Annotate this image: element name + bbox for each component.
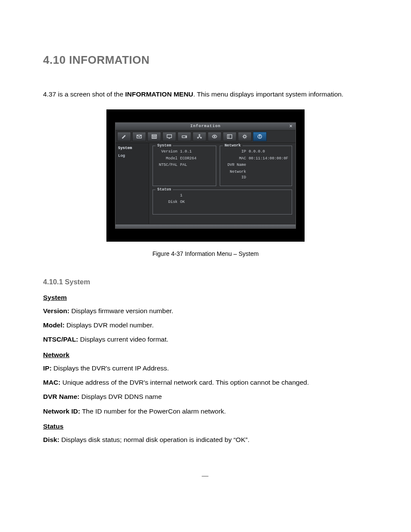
- kv-row: Version1.0.1: [156, 149, 212, 156]
- status-legend: Status: [156, 187, 173, 193]
- desc-label: IP:: [43, 364, 52, 372]
- kv-val: 1.0.1: [180, 149, 212, 155]
- wrench-icon[interactable]: [117, 132, 131, 141]
- close-icon[interactable]: ✕: [288, 123, 294, 129]
- kv-row: IP0.0.0.0: [224, 149, 288, 156]
- kv-row: MAC00:11:14:00:00:0F: [224, 156, 288, 162]
- desc-text: Displays disk status; normal disk operat…: [59, 436, 249, 443]
- kv-key: MAC: [224, 156, 249, 162]
- kv-row: DVR Name: [224, 162, 288, 169]
- desc-line: DVR Name: Displays DVR DDNS name: [43, 392, 368, 401]
- desc-line: MAC: Unique address of the DVR's interna…: [43, 377, 368, 387]
- desc-label: MAC:: [43, 379, 60, 386]
- dvr-content: System Version1.0.1 ModelECOR264 NTSC/PA…: [149, 143, 296, 224]
- network-fieldset: Network IP0.0.0.0 MAC00:11:14:00:00:0F D…: [220, 146, 292, 186]
- desc-text: The ID number for the PowerCon alarm net…: [80, 408, 226, 415]
- dvr-titlebar: Information ✕: [115, 123, 296, 131]
- dvr-toolbar: [115, 131, 296, 143]
- desc-label: NTSC/PAL:: [43, 336, 78, 343]
- svg-point-9: [186, 137, 186, 137]
- kv-row: 1: [156, 193, 288, 199]
- sidebar-item-system[interactable]: System: [115, 145, 149, 152]
- window-title: Information: [190, 124, 221, 130]
- layout-icon[interactable]: [223, 132, 237, 141]
- dvr-window: Information ✕ System Log System: [115, 122, 296, 229]
- kv-val: 1: [180, 193, 288, 199]
- kv-val: PAL: [180, 162, 212, 168]
- drive-icon[interactable]: [177, 132, 191, 141]
- desc-label: Model:: [43, 321, 65, 329]
- svg-rect-14: [227, 135, 232, 139]
- kv-key: DVR Name: [224, 162, 249, 168]
- kv-key: NTSC/PAL: [156, 162, 180, 168]
- desc-line: Model: Displays DVR model number.: [43, 320, 368, 330]
- kv-val: [249, 162, 288, 168]
- kv-val: OK: [180, 199, 288, 205]
- kv-val: 0.0.0.0: [249, 149, 288, 155]
- kv-key: Version: [156, 149, 180, 155]
- desc-label: Network ID:: [43, 408, 80, 415]
- kv-row: DiskOK: [156, 199, 288, 206]
- desc-label: Disk:: [43, 436, 59, 443]
- kv-row: NTSC/PALPAL: [156, 162, 212, 169]
- intro-suffix: . This menu displays important system in…: [193, 90, 344, 98]
- kv-val: ECOR264: [180, 156, 212, 162]
- svg-point-19: [259, 135, 260, 136]
- kv-key: Network ID: [224, 169, 249, 181]
- section-heading: 4.10 INFORMATION: [43, 52, 368, 68]
- kv-val: 00:11:14:00:00:0F: [249, 156, 288, 162]
- desc-line: Disk: Displays disk status; normal disk …: [43, 435, 368, 445]
- screenshot-frame: Information ✕ System Log System: [106, 109, 305, 242]
- desc-text: Displays firmware version number.: [69, 307, 173, 314]
- desc-text: Displays DVR DDNS name: [79, 393, 162, 400]
- envelope-icon[interactable]: [132, 132, 146, 141]
- dvr-footer: [115, 224, 296, 228]
- desc-line: Network ID: The ID number for the PowerC…: [43, 406, 368, 416]
- desc-label: Version:: [43, 307, 69, 314]
- eye-icon[interactable]: [208, 132, 221, 141]
- desc-text: Displays the DVR's current IP Address.: [52, 364, 169, 372]
- kv-key: IP: [224, 149, 249, 155]
- svg-point-16: [243, 136, 246, 138]
- kv-key: [156, 193, 180, 199]
- monitor-icon[interactable]: [162, 132, 176, 141]
- info-icon[interactable]: [253, 132, 267, 141]
- group-title-status: Status: [43, 421, 368, 431]
- system-fieldset: System Version1.0.1 ModelECOR264 NTSC/PA…: [153, 146, 216, 186]
- dvr-body: System Log System Version1.0.1 ModelECOR…: [115, 143, 296, 224]
- desc-text: Unique address of the DVR's internal net…: [60, 379, 309, 386]
- svg-point-13: [214, 136, 215, 137]
- svg-rect-6: [167, 135, 172, 138]
- gear-icon[interactable]: [238, 132, 252, 141]
- subsection-heading: 4.10.1 System: [43, 277, 368, 287]
- desc-line: IP: Displays the DVR's current IP Addres…: [43, 363, 368, 373]
- figure-caption: Figure 4-37 Information Menu – System: [43, 249, 368, 258]
- network-legend: Network: [223, 143, 243, 149]
- dvr-sidebar: System Log: [115, 143, 149, 224]
- desc-line: NTSC/PAL: Displays current video format.: [43, 334, 368, 344]
- page-marker: —: [43, 470, 368, 480]
- desc-line: Version: Displays firmware version numbe…: [43, 306, 368, 316]
- kv-val: [249, 169, 288, 181]
- intro-prefix: 4.37 is a screen shot of the: [43, 90, 125, 98]
- kv-row: Network ID: [224, 169, 288, 181]
- group-title-network: Network: [43, 350, 368, 360]
- sidebar-item-log[interactable]: Log: [115, 152, 149, 160]
- kv-key: Disk: [156, 199, 180, 205]
- desc-text: Displays DVR model number.: [65, 321, 154, 329]
- kv-row: ModelECOR264: [156, 156, 212, 162]
- kv-key: Model: [156, 156, 180, 162]
- desc-label: DVR Name:: [43, 393, 79, 400]
- intro-paragraph: 4.37 is a screen shot of the INFORMATION…: [43, 89, 368, 99]
- group-title-system: System: [43, 292, 368, 302]
- status-fieldset: Status 1 DiskOK: [153, 190, 292, 215]
- desc-text: Displays current video format.: [78, 336, 168, 343]
- intro-bold: INFORMATION MENU: [125, 90, 193, 98]
- system-legend: System: [156, 143, 173, 149]
- calendar-icon[interactable]: [147, 132, 161, 141]
- network-icon[interactable]: [193, 132, 206, 141]
